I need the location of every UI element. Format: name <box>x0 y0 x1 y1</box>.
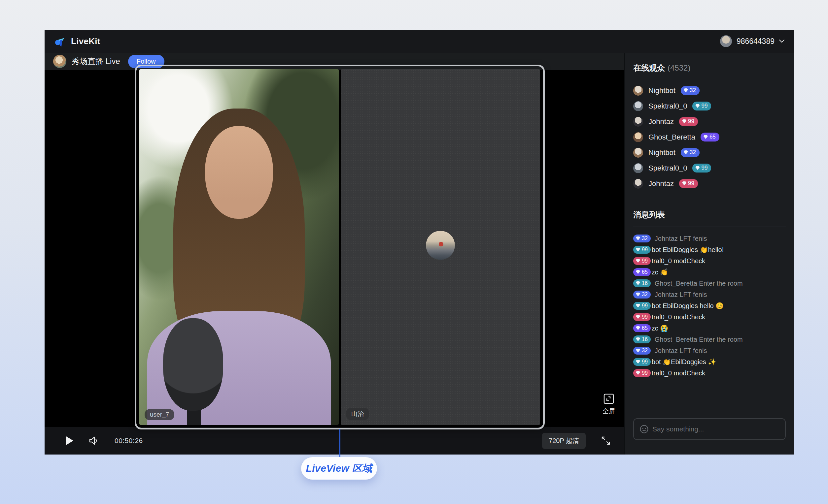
video-art-mic <box>163 318 223 411</box>
smiley-icon[interactable] <box>640 425 649 433</box>
viewer-name: Nightbot <box>649 86 675 95</box>
viewer-row[interactable]: Spektral0_099 <box>633 98 786 114</box>
badge-count: 99 <box>642 303 648 309</box>
gem-badge: 65 <box>701 133 719 141</box>
message-text: Johntaz LFT fenis <box>655 291 707 299</box>
gem-badge: 32 <box>633 234 651 242</box>
fullscreen-icon <box>603 393 614 404</box>
chat-input-box[interactable] <box>633 418 786 440</box>
gem-badge: 32 <box>633 347 651 355</box>
gem-icon <box>695 166 700 170</box>
divider <box>633 198 786 198</box>
gem-badge: 99 <box>633 369 651 377</box>
viewer-name: Nightbot <box>649 148 675 157</box>
message-text: bot EbilDoggies 👏hello! <box>652 246 724 254</box>
badge-count: 99 <box>701 165 707 171</box>
divider <box>633 227 786 227</box>
app-window: LiveKit 986644389 秀场直播 Live Follow <box>45 30 794 455</box>
gem-badge: 99 <box>633 257 651 265</box>
message-row: 99bot EbilDoggies hello 😊 <box>633 300 786 311</box>
message-row: 65zc 😭 <box>633 323 786 334</box>
viewer-row[interactable]: Spektral0_099 <box>633 160 786 176</box>
gem-badge: 99 <box>633 313 651 321</box>
viewers-count: (4532) <box>668 63 690 72</box>
gem-icon <box>636 281 640 285</box>
user-id: 986644389 <box>737 37 775 46</box>
badge-count: 32 <box>642 291 648 297</box>
video-tile-guest[interactable]: 山治 <box>341 69 540 425</box>
viewer-row[interactable]: Nightbot32 <box>633 83 786 98</box>
player-controls: 00:50:26 720P 超清 <box>45 427 624 455</box>
gem-icon <box>636 326 640 330</box>
play-button[interactable] <box>65 436 74 446</box>
message-text: tral0_0 modCheck <box>652 369 705 377</box>
fullscreen-button[interactable]: 全屏 <box>598 393 619 416</box>
viewer-name: Spektral0_0 <box>649 102 687 110</box>
viewer-avatar <box>633 179 643 189</box>
viewer-row[interactable]: Johntaz99 <box>633 176 786 191</box>
viewer-avatar <box>633 86 643 96</box>
viewers-title-text: 在线观众 <box>633 63 665 72</box>
gem-badge: 16 <box>633 279 651 287</box>
message-list: 32Johntaz LFT fenis99bot EbilDoggies 👏he… <box>633 233 786 379</box>
message-row: 32Johntaz LFT fenis <box>633 233 786 244</box>
volume-button[interactable] <box>89 436 99 445</box>
livekit-logo-icon <box>54 35 66 47</box>
user-menu[interactable]: 986644389 <box>720 35 784 47</box>
gem-badge: 65 <box>633 324 651 332</box>
badge-count: 32 <box>690 87 696 94</box>
guest-avatar <box>426 231 455 260</box>
gem-badge: 32 <box>633 290 651 299</box>
viewer-name: Johntaz <box>649 179 674 188</box>
viewer-avatar <box>633 117 643 127</box>
message-row: 16Ghost_Beretta Enter the room <box>633 334 786 345</box>
gem-badge: 99 <box>633 358 651 366</box>
message-text: zc 👏 <box>652 268 668 276</box>
message-text: Johntaz LFT fenis <box>655 347 707 355</box>
viewer-avatar <box>633 163 643 173</box>
message-text: bot EbilDoggies hello 😊 <box>652 302 724 310</box>
badge-count: 99 <box>642 258 648 264</box>
badge-count: 32 <box>642 235 648 241</box>
gem-badge: 99 <box>679 117 698 126</box>
brand-name: LiveKit <box>71 36 100 47</box>
brand: LiveKit <box>54 35 100 47</box>
badge-count: 16 <box>642 280 648 286</box>
message-text: Johntaz LFT fenis <box>655 235 707 242</box>
messages-title: 消息列表 <box>633 210 786 220</box>
badge-count: 32 <box>642 347 648 354</box>
gem-icon <box>684 150 688 154</box>
chat-input[interactable] <box>652 425 779 433</box>
gem-icon <box>636 349 640 353</box>
video-tile-streamer[interactable]: user_7 <box>139 69 339 425</box>
badge-count: 65 <box>709 134 716 140</box>
streamer-avatar <box>53 55 66 68</box>
gem-badge: 32 <box>681 148 700 157</box>
badge-count: 99 <box>642 359 648 365</box>
badge-count: 99 <box>642 246 648 253</box>
gem-icon <box>684 88 688 92</box>
expand-icon[interactable] <box>601 436 611 446</box>
viewer-row[interactable]: Ghost_Beretta65 <box>633 129 786 145</box>
stream-title: 秀场直播 Live <box>72 56 120 66</box>
message-text: tral0_0 modCheck <box>652 257 705 265</box>
gem-badge: 65 <box>633 268 651 276</box>
message-text: bot 👏EbilDoggies ✨ <box>652 358 716 366</box>
liveview-region[interactable]: user_7 山治 <box>135 65 545 429</box>
video-column: 秀场直播 Live Follow user_7 <box>45 53 624 455</box>
participant-label: 山治 <box>346 408 369 420</box>
gem-badge: 32 <box>681 86 700 95</box>
viewer-row[interactable]: Johntaz99 <box>633 114 786 129</box>
viewer-row[interactable]: Nightbot32 <box>633 145 786 160</box>
gem-icon <box>636 248 640 252</box>
message-row: 16Ghost_Beretta Enter the room <box>633 278 786 289</box>
playback-time: 00:50:26 <box>115 437 143 445</box>
gem-icon <box>682 181 687 185</box>
badge-count: 99 <box>688 118 694 125</box>
quality-button[interactable]: 720P 超清 <box>542 433 586 449</box>
message-row: 99tral0_0 modCheck <box>633 367 786 379</box>
gem-badge: 99 <box>633 302 651 310</box>
user-avatar <box>720 35 732 47</box>
message-row: 65zc 👏 <box>633 267 786 278</box>
participant-label: user_7 <box>144 409 174 420</box>
